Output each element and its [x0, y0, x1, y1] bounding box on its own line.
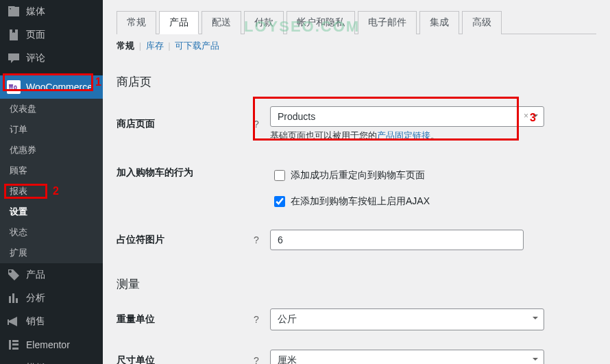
row-shop-page: 商店页面 ? Products × 基础页面也可以被用于您的产品固定链接。 [117, 97, 596, 151]
help-icon[interactable]: ? [254, 355, 266, 364]
sidebar-item-comments[interactable]: 评论 [0, 47, 103, 70]
tab-shipping[interactable]: 配送 [202, 11, 241, 34]
subtab-inventory[interactable]: 库存 [146, 40, 164, 51]
sidebar-sub-dashboard[interactable]: 仪表盘 [0, 99, 103, 119]
tab-accounts[interactable]: 帐户和隐私 [286, 11, 355, 34]
permalink-link[interactable]: 产品固定链接 [377, 130, 430, 141]
sidebar-item-woocommerce[interactable]: WooCommerce [0, 75, 103, 99]
svg-rect-2 [12, 343, 19, 345]
checkbox-ajax-input[interactable] [274, 196, 285, 207]
sidebar-item-templates[interactable]: 模板 [0, 356, 103, 364]
settings-content: 常规 产品 配送 付款 帐户和隐私 电子邮件 集成 高级 常规 | 库存 | 可… [103, 0, 610, 364]
admin-sidebar: 媒体 页面 评论 WooCommerce 仪表盘 订单 优惠券 顾客 报表 设置… [0, 0, 103, 364]
label-add-to-cart: 加入购物车的行为 [117, 167, 254, 179]
row-dimension-unit: 尺寸单位 ? 厘米 [117, 340, 596, 364]
clear-icon[interactable]: × [524, 111, 528, 121]
shop-page-desc: 基础页面也可以被用于您的产品固定链接。 [270, 130, 544, 142]
sidebar-label: Elementor [26, 339, 70, 350]
elementor-icon [7, 338, 21, 352]
sidebar-sub-status[interactable]: 状态 [0, 222, 103, 243]
row-placeholder: 占位符图片 ? [117, 220, 596, 260]
sidebar-label: 媒体 [26, 5, 45, 18]
sidebar-item-media[interactable]: 媒体 [0, 0, 103, 23]
subtab-downloadable[interactable]: 可下载产品 [175, 40, 219, 51]
tab-payments[interactable]: 付款 [244, 11, 284, 34]
sidebar-label: 评论 [26, 52, 45, 64]
help-icon[interactable]: ? [254, 314, 266, 325]
sidebar-item-marketing[interactable]: 销售 [0, 310, 103, 333]
tab-advanced[interactable]: 高级 [462, 11, 502, 34]
sidebar-label: 产品 [26, 269, 45, 281]
sidebar-label: 销售 [26, 315, 45, 328]
sidebar-sub-customers[interactable]: 顾客 [0, 160, 103, 181]
svg-rect-0 [9, 340, 11, 350]
dimension-value: 厘米 [278, 354, 297, 364]
sidebar-sub-orders[interactable]: 订单 [0, 119, 103, 140]
annotation-num-2: 2 [53, 185, 59, 197]
sidebar-sub-coupons[interactable]: 优惠券 [0, 140, 103, 160]
chevron-down-icon [533, 358, 538, 361]
woocommerce-icon [7, 80, 21, 94]
shop-page-select[interactable]: Products × [270, 106, 544, 127]
settings-tabs: 常规 产品 配送 付款 帐户和隐私 电子邮件 集成 高级 [117, 11, 596, 34]
dimension-unit-select[interactable]: 厘米 [270, 350, 544, 364]
tab-general[interactable]: 常规 [117, 11, 156, 34]
tab-emails[interactable]: 电子邮件 [358, 11, 417, 34]
label-dimension: 尺寸单位 [117, 354, 254, 364]
placeholder-input[interactable] [270, 230, 524, 250]
template-icon [7, 361, 21, 364]
product-subtabs: 常规 | 库存 | 可下载产品 [117, 34, 596, 58]
sidebar-sub-extensions[interactable]: 扩展 [0, 243, 103, 263]
sidebar-label: 页面 [26, 29, 45, 41]
label-weight: 重量单位 [117, 313, 254, 326]
page-icon [7, 28, 21, 42]
checkbox-redirect-input[interactable] [274, 170, 285, 181]
label-placeholder: 占位符图片 [117, 234, 254, 246]
sidebar-sub-reports[interactable]: 报表 [0, 181, 103, 202]
media-icon [7, 5, 21, 19]
weight-value: 公斤 [278, 313, 297, 324]
tab-products[interactable]: 产品 [159, 11, 199, 34]
help-icon[interactable]: ? [254, 119, 266, 130]
row-weight-unit: 重量单位 ? 公斤 [117, 299, 596, 340]
comment-icon [7, 51, 21, 65]
tab-integration[interactable]: 集成 [419, 11, 459, 34]
shop-page-value: Products [278, 111, 315, 122]
measure-heading: 测量 [117, 276, 596, 292]
product-icon [7, 268, 21, 282]
marketing-icon [7, 315, 21, 328]
sidebar-item-pages[interactable]: 页面 [0, 23, 103, 47]
annotation-num-1: 1 [95, 76, 101, 88]
weight-unit-select[interactable]: 公斤 [270, 308, 544, 330]
chevron-down-icon [533, 317, 538, 319]
sidebar-item-products[interactable]: 产品 [0, 263, 103, 287]
row-add-to-cart: 加入购物车的行为 添加成功后重定向到购物车页面 在添加到购物车按钮上启用AJAX [117, 151, 596, 220]
sidebar-item-analytics[interactable]: 分析 [0, 287, 103, 310]
sidebar-item-elementor[interactable]: Elementor [0, 333, 103, 356]
help-icon[interactable]: ? [254, 234, 266, 245]
subtab-general[interactable]: 常规 [117, 40, 134, 51]
svg-rect-1 [12, 340, 19, 342]
checkbox-ajax[interactable]: 在添加到购物车按钮上启用AJAX [274, 193, 548, 210]
label-shop-page: 商店页面 [117, 118, 254, 130]
analytics-icon [7, 291, 21, 305]
checkbox-redirect[interactable]: 添加成功后重定向到购物车页面 [274, 167, 548, 184]
svg-rect-3 [12, 348, 19, 350]
sidebar-label: 分析 [26, 292, 45, 304]
annotation-num-3: 3 [530, 112, 536, 124]
shop-page-heading: 商店页 [117, 74, 596, 90]
sidebar-sub-settings[interactable]: 设置 [0, 202, 103, 222]
sidebar-label: WooCommerce [26, 82, 93, 93]
